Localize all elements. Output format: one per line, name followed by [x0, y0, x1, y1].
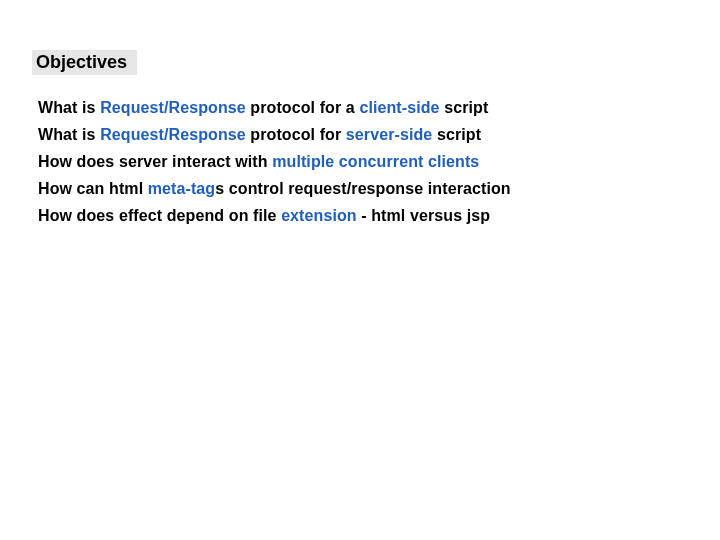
objective-line-3: How does server interact with multiple c…: [38, 153, 690, 171]
text: - html versus jsp: [357, 207, 490, 224]
highlight: server-side: [346, 126, 433, 143]
text: What is: [38, 99, 100, 116]
slide: Objectives What is Request/Response prot…: [0, 0, 720, 540]
objectives-heading: Objectives: [32, 50, 137, 75]
text: script: [432, 126, 481, 143]
highlight: extension: [281, 207, 357, 224]
objectives-list: What is Request/Response protocol for a …: [38, 99, 690, 225]
highlight: multiple concurrent clients: [272, 153, 479, 170]
highlight: Request/Response: [100, 99, 246, 116]
text: script: [440, 99, 489, 116]
objective-line-2: What is Request/Response protocol for se…: [38, 126, 690, 144]
highlight: Request/Response: [100, 126, 246, 143]
highlight: client-side: [359, 99, 439, 116]
text: What is: [38, 126, 100, 143]
text: How does effect depend on file: [38, 207, 281, 224]
text: s control request/response interaction: [215, 180, 510, 197]
objective-line-1: What is Request/Response protocol for a …: [38, 99, 690, 117]
objective-line-4: How can html meta-tags control request/r…: [38, 180, 690, 198]
text: How can html: [38, 180, 148, 197]
text: How does server interact with: [38, 153, 272, 170]
objectives-heading-text: Objectives: [36, 52, 127, 72]
highlight: meta-tag: [148, 180, 215, 197]
text: protocol for a: [246, 99, 360, 116]
text: protocol for: [246, 126, 346, 143]
objective-line-5: How does effect depend on file extension…: [38, 207, 690, 225]
